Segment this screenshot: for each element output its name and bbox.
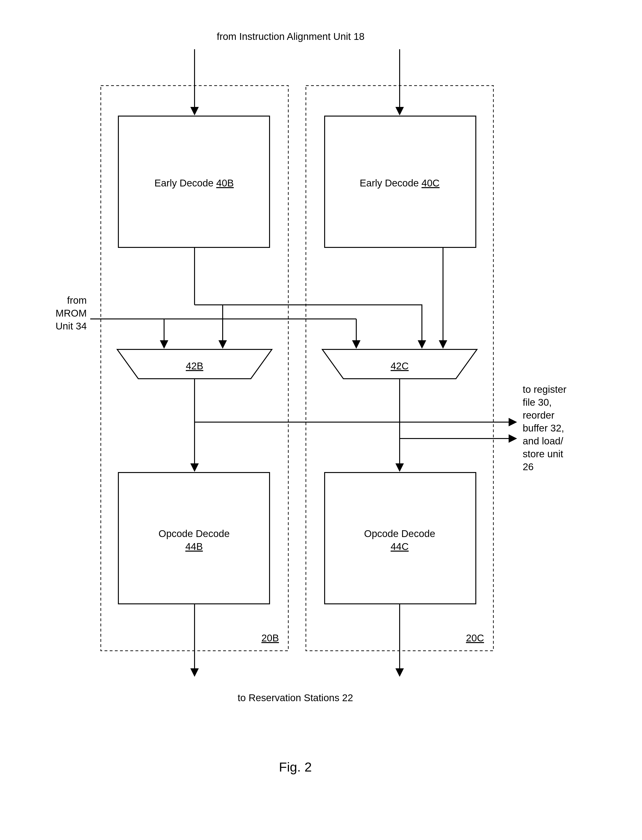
right-label-7: 26 [523,461,534,472]
mrom-label-1: from [67,295,87,306]
opcode-decode-c-ref: 44C [391,541,409,552]
mux-42b-ref: 42B [186,361,203,372]
right-label-6: store unit [523,448,563,460]
figure-caption: Fig. 2 [279,760,312,774]
panel-b-ref: 20B [261,632,279,643]
mrom-label-3: Unit 34 [55,320,87,331]
right-label-1: to register [523,384,566,395]
mrom-label-2: MROM [55,308,87,319]
panel-c-ref: 20C [466,632,484,643]
right-label-4: buffer 32, [523,422,564,434]
opcode-decode-c-text: Opcode Decode [364,528,435,539]
early-decode-c-label: Early Decode 40C [360,177,440,188]
arrow-earlyb-to-muxb [195,305,223,347]
right-label-3: reorder [523,410,554,421]
opcode-decode-b-ref: 44B [185,541,203,552]
right-label-5: and load/ [523,435,563,447]
early-decode-b-label: Early Decode 40B [154,177,234,188]
mux-42c-ref: 42C [391,361,409,372]
top-caption: from Instruction Alignment Unit 18 [217,31,365,42]
bottom-caption: to Reservation Stations 22 [238,692,353,703]
opcode-decode-b-text: Opcode Decode [159,528,230,539]
right-label-2: file 30, [523,397,552,408]
arrow-earlyb-to-muxc [195,305,422,347]
